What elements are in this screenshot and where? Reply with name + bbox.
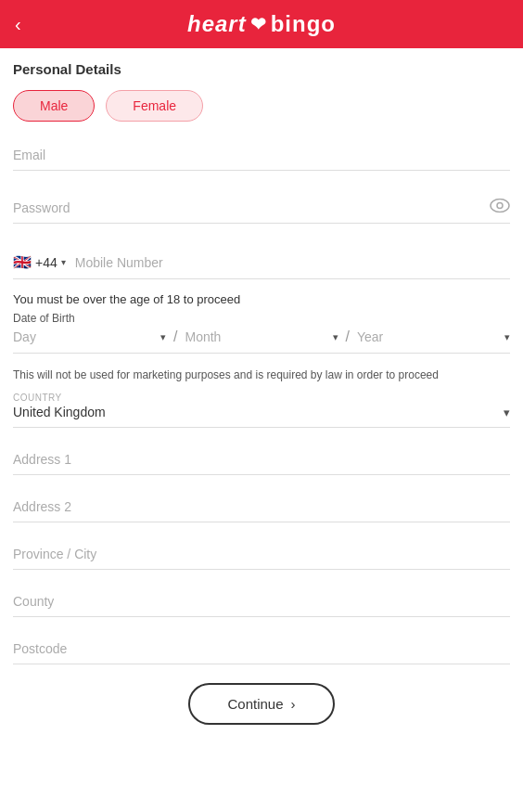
password-input[interactable] [13, 191, 510, 224]
continue-chevron-icon: › [291, 696, 296, 712]
continue-label: Continue [227, 696, 283, 712]
country-chevron-icon: ▾ [504, 406, 510, 419]
header: ‹ heart ❤ bingo [0, 0, 523, 48]
year-label: Year [357, 329, 504, 344]
month-label: Month [185, 329, 332, 344]
dob-label: Date of Birth [13, 312, 510, 325]
city-input[interactable] [13, 537, 510, 570]
logo-heart-text: heart [187, 11, 247, 37]
email-input[interactable] [13, 138, 510, 171]
back-icon: ‹ [15, 14, 21, 35]
year-selector[interactable]: Year ▾ [357, 329, 510, 344]
male-button[interactable]: Male [13, 90, 95, 122]
dob-separator-2: / [342, 329, 353, 345]
back-button[interactable]: ‹ [15, 14, 21, 35]
country-value: United Kingdom [13, 405, 504, 419]
day-label: Day [13, 329, 160, 344]
continue-button[interactable]: Continue › [188, 683, 334, 725]
phone-code: +44 [35, 255, 57, 270]
flag-icon: 🇬🇧 [13, 253, 32, 271]
year-chevron-icon: ▾ [504, 331, 510, 343]
svg-point-1 [497, 202, 503, 208]
country-selector[interactable]: United Kingdom ▾ [13, 405, 510, 428]
phone-row: 🇬🇧 +44 ▾ [13, 244, 510, 279]
email-field [13, 138, 510, 171]
postcode-input[interactable] [13, 632, 510, 664]
marketing-note: This will not be used for marketing purp… [13, 367, 510, 383]
female-button[interactable]: Female [106, 90, 203, 122]
continue-wrap: Continue › [13, 683, 510, 743]
month-selector[interactable]: Month ▾ [185, 329, 338, 344]
password-field [13, 191, 510, 224]
county-input[interactable] [13, 585, 510, 617]
phone-code-chevron-icon: ▾ [61, 257, 66, 267]
svg-point-0 [491, 199, 509, 212]
address1-input[interactable] [13, 443, 510, 475]
day-chevron-icon: ▾ [160, 331, 166, 343]
content: Personal Details Male Female 🇬🇧 +44 ▾ Yo… [0, 48, 523, 762]
address2-input[interactable] [13, 490, 510, 522]
day-selector[interactable]: Day ▾ [13, 329, 166, 344]
section-title: Personal Details [13, 61, 510, 77]
mobile-number-input[interactable] [75, 255, 510, 270]
logo-heart-icon: ❤ [250, 13, 267, 35]
dob-separator-1: / [170, 329, 181, 345]
dob-row: Day ▾ / Month ▾ / Year ▾ [13, 329, 510, 354]
country-code-selector[interactable]: 🇬🇧 +44 ▾ [13, 253, 66, 271]
country-label: COUNTRY [13, 393, 510, 403]
country-wrap: COUNTRY United Kingdom ▾ [13, 393, 510, 428]
logo-bingo-text: bingo [271, 11, 336, 37]
age-warning: You must be over the age of 18 to procee… [13, 292, 510, 306]
logo: heart ❤ bingo [187, 11, 336, 37]
gender-row: Male Female [13, 90, 510, 122]
toggle-password-icon[interactable] [490, 198, 510, 217]
month-chevron-icon: ▾ [333, 331, 338, 343]
